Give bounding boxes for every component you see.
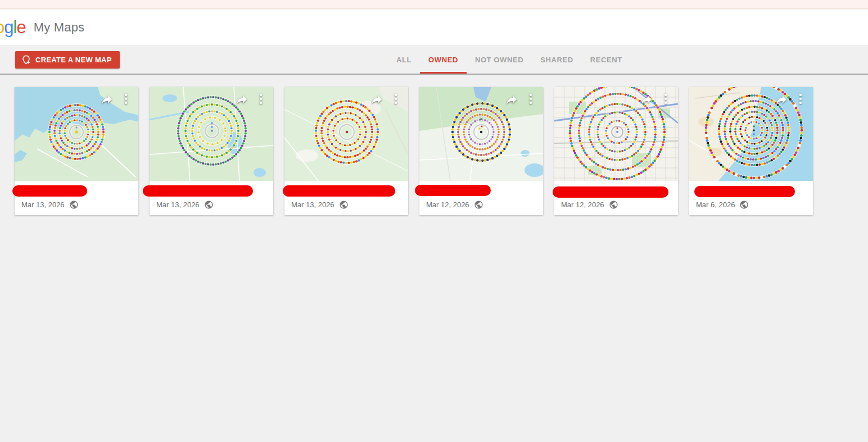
more-options-icon[interactable] [254, 92, 268, 106]
map-meta: Mar 13, 2026 [21, 200, 79, 209]
create-new-map-label: CREATE A NEW MAP [35, 56, 112, 64]
redacted-title [553, 186, 668, 198]
tab-recent[interactable]: RECENT [582, 45, 631, 75]
map-meta: Mar 6, 2026 [696, 200, 749, 209]
google-logo: ogle [0, 19, 26, 36]
map-card[interactable]: Mar 13, 2026 [15, 87, 138, 215]
redacted-title [283, 185, 395, 197]
map-card[interactable]: Mar 12, 2026 [419, 87, 543, 215]
public-globe-icon [474, 200, 483, 209]
my-maps-page: { "notification_bar": { "bg": "#fdf2f0" … [0, 0, 868, 442]
map-meta: Mar 13, 2026 [156, 200, 214, 209]
map-date: Mar 6, 2026 [696, 201, 735, 209]
map-thumbnail[interactable] [15, 87, 138, 181]
public-globe-icon [204, 200, 214, 209]
map-meta: Mar 12, 2026 [426, 200, 483, 209]
share-icon[interactable] [235, 93, 248, 106]
tab-not-owned[interactable]: NOT OWNED [467, 45, 532, 75]
app-header: ogle My Maps [0, 10, 868, 45]
share-icon[interactable] [505, 93, 518, 106]
map-meta: Mar 13, 2026 [291, 200, 349, 209]
more-options-icon[interactable] [794, 92, 807, 106]
map-thumbnail[interactable] [150, 87, 273, 181]
more-options-icon[interactable] [524, 92, 537, 106]
map-meta: Mar 12, 2026 [561, 200, 618, 209]
app-title: My Maps [34, 20, 85, 35]
map-date: Mar 13, 2026 [291, 201, 334, 209]
public-globe-icon [609, 200, 618, 209]
map-thumbnail[interactable] [284, 87, 408, 181]
public-globe-icon [339, 200, 349, 209]
more-options-icon[interactable] [659, 92, 672, 106]
more-options-icon[interactable] [389, 92, 403, 106]
maps-grid: Mar 13, 2026 Mar 13, 2026 [15, 87, 813, 215]
public-globe-icon [69, 200, 79, 209]
google-logo-letter: g [4, 17, 13, 37]
map-card[interactable]: Mar 12, 2026 [554, 87, 678, 215]
map-date: Mar 13, 2026 [156, 201, 200, 209]
redacted-title [12, 185, 87, 197]
more-options-icon[interactable] [119, 92, 133, 106]
tab-all[interactable]: ALL [388, 45, 420, 75]
map-date: Mar 12, 2026 [561, 201, 604, 209]
tab-shared[interactable]: SHARED [532, 45, 582, 75]
map-card[interactable]: Mar 6, 2026 [689, 87, 813, 215]
share-icon[interactable] [640, 93, 653, 106]
add-map-pin-icon [21, 54, 31, 65]
map-card[interactable]: Mar 13, 2026 [284, 87, 408, 215]
share-icon[interactable] [370, 93, 383, 106]
share-icon[interactable] [775, 93, 788, 106]
map-card[interactable]: Mar 13, 2026 [150, 87, 273, 215]
map-thumbnail[interactable] [689, 87, 813, 181]
map-date: Mar 12, 2026 [426, 201, 469, 209]
redacted-title [694, 186, 795, 197]
tab-owned[interactable]: OWNED [420, 45, 467, 75]
map-thumbnail[interactable] [419, 87, 543, 181]
create-new-map-button[interactable]: CREATE A NEW MAP [15, 51, 120, 69]
filter-tabs: ALLOWNEDNOT OWNEDSHAREDRECENT [388, 45, 631, 75]
toolbar: CREATE A NEW MAP ALLOWNEDNOT OWNEDSHARED… [0, 45, 868, 75]
public-globe-icon [739, 200, 749, 209]
map-date: Mar 13, 2026 [21, 201, 65, 209]
redacted-title [143, 185, 253, 197]
google-logo-letter: e [16, 17, 25, 37]
redacted-title [415, 185, 491, 196]
notification-bar [0, 0, 868, 9]
share-icon[interactable] [100, 93, 114, 106]
map-thumbnail[interactable] [554, 87, 678, 181]
